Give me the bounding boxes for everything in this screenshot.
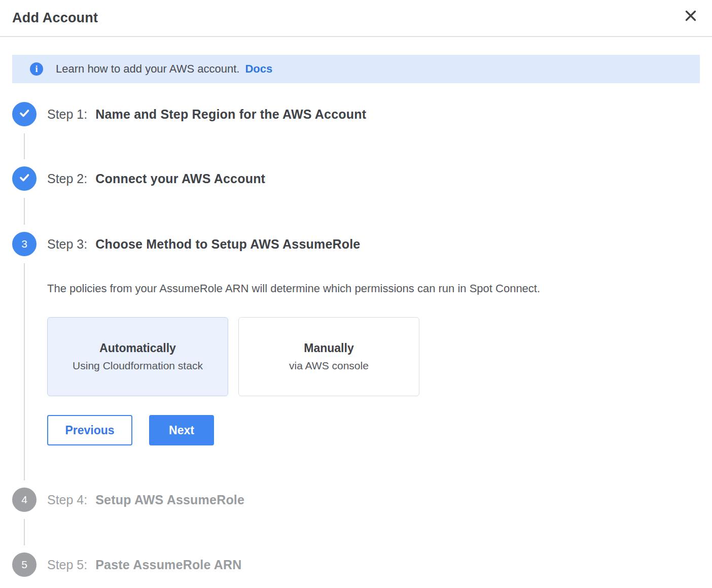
step-5-circle: 5 (12, 552, 37, 577)
step-1-rail (12, 102, 37, 166)
modal-header: Add Account (0, 0, 712, 37)
step-1-header: Step 1: Name and Step Region for the AWS… (47, 102, 700, 126)
step-5-header: Step 5: Paste AssumeRole ARN (47, 552, 700, 577)
step-connector (24, 198, 25, 225)
step-4-number: 4 (21, 494, 27, 506)
modal-body: i Learn how to add your AWS account. Doc… (0, 37, 712, 583)
step-2-label: Step 2: (47, 171, 87, 186)
step-3-header: Step 3: Choose Method to Setup AWS Assum… (47, 232, 700, 256)
next-button[interactable]: Next (149, 415, 214, 445)
step-3-description: The policies from your AssumeRole ARN wi… (47, 282, 700, 296)
step-1: Step 1: Name and Step Region for the AWS… (12, 102, 700, 166)
method-card-automatically[interactable]: Automatically Using Cloudformation stack (47, 317, 228, 396)
step-4-title: Setup AWS AssumeRole (95, 493, 244, 507)
method-card-subtitle: via AWS console (289, 360, 369, 372)
info-banner: i Learn how to add your AWS account. Doc… (12, 55, 700, 83)
step-2-title: Connect your AWS Account (95, 171, 265, 186)
docs-link[interactable]: Docs (245, 62, 272, 76)
method-card-title: Automatically (99, 341, 176, 355)
method-card-manually[interactable]: Manually via AWS console (238, 317, 419, 396)
step-1-circle (12, 102, 37, 126)
step-5-label: Step 5: (47, 558, 87, 572)
step-3-number: 3 (21, 238, 27, 250)
step-connector (24, 519, 25, 545)
step-2: Step 2: Connect your AWS Account (12, 166, 700, 232)
step-3-title: Choose Method to Setup AWS AssumeRole (95, 237, 360, 252)
step-3-rail: 3 (12, 232, 37, 488)
step-1-title: Name and Step Region for the AWS Account (95, 107, 366, 122)
step-connector (24, 263, 25, 480)
info-icon: i (30, 62, 43, 76)
step-4-label: Step 4: (47, 493, 87, 507)
step-2-circle (12, 166, 37, 191)
method-cards: Automatically Using Cloudformation stack… (47, 317, 700, 396)
close-icon (685, 10, 697, 23)
banner-text: Learn how to add your AWS account. (56, 62, 239, 76)
modal-title: Add Account (12, 10, 98, 26)
step-5: 5 Step 5: Paste AssumeRole ARN (12, 552, 700, 583)
step-3-circle: 3 (12, 232, 37, 256)
step-5-title: Paste AssumeRole ARN (95, 558, 241, 572)
wizard-buttons: Previous Next (47, 415, 700, 445)
step-4-circle: 4 (12, 488, 37, 512)
step-3: 3 Step 3: Choose Method to Setup AWS Ass… (12, 232, 700, 488)
previous-button[interactable]: Previous (47, 415, 132, 445)
step-4-header: Step 4: Setup AWS AssumeRole (47, 488, 700, 512)
close-button[interactable] (682, 7, 700, 26)
step-4: 4 Step 4: Setup AWS AssumeRole (12, 488, 700, 552)
step-1-label: Step 1: (47, 107, 87, 122)
step-3-label: Step 3: (47, 237, 87, 252)
step-4-rail: 4 (12, 488, 37, 552)
step-5-rail: 5 (12, 552, 37, 583)
step-2-header: Step 2: Connect your AWS Account (47, 166, 700, 191)
method-card-subtitle: Using Cloudformation stack (73, 360, 203, 372)
step-2-rail (12, 166, 37, 232)
step-connector (24, 133, 25, 159)
check-icon (18, 171, 31, 186)
step-5-number: 5 (21, 559, 27, 571)
check-icon (18, 107, 31, 122)
method-card-title: Manually (304, 341, 353, 355)
